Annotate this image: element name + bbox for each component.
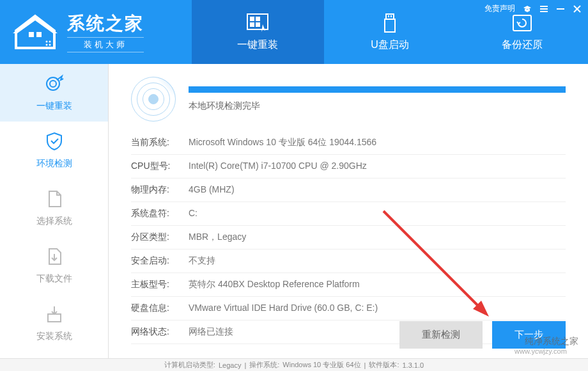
footer-sw-label: 软件版本: bbox=[369, 360, 399, 370]
info-row-motherboard: 主板型号:英特尔 440BX Desktop Reference Platfor… bbox=[131, 273, 566, 297]
info-row-secureboot: 安全启动:不支持 bbox=[131, 249, 566, 273]
info-row-disk: 硬盘信息:VMware Virtual IDE Hard Drive (60.0… bbox=[131, 297, 566, 320]
sidebar-item-label: 环境检测 bbox=[36, 158, 72, 170]
svg-rect-7 bbox=[250, 17, 254, 21]
footer-sw-value: 1.3.1.0 bbox=[403, 361, 424, 369]
tab-label: U盘启动 bbox=[371, 38, 409, 52]
svg-rect-10 bbox=[256, 22, 260, 27]
footer-os-label: 操作系统: bbox=[249, 360, 279, 370]
menu-icon[interactable] bbox=[539, 4, 548, 13]
body-area: 一键重装 环境检测 选择系统 下载文件 bbox=[0, 64, 588, 358]
svg-point-3 bbox=[49, 41, 51, 43]
tab-label: 备份还原 bbox=[502, 38, 543, 52]
content: 本地环境检测完毕 当前系统:Microsoft Windows 10 专业版 6… bbox=[109, 64, 588, 358]
restore-icon bbox=[509, 13, 535, 33]
disclaimer-link[interactable]: 免责声明 bbox=[484, 3, 515, 14]
svg-rect-15 bbox=[513, 15, 531, 31]
info-row-drive: 系统盘符:C: bbox=[131, 202, 566, 226]
watermark-url: www.ycwjzy.com bbox=[514, 347, 578, 355]
tab-label: 一键重装 bbox=[237, 38, 278, 52]
footer-os-value: Windows 10 专业版 64位 bbox=[282, 360, 360, 370]
svg-rect-12 bbox=[385, 19, 395, 32]
info-list: 当前系统:Microsoft Windows 10 专业版 64位 19044.… bbox=[131, 131, 566, 344]
footer: 计算机启动类型: Legacy | 操作系统: Windows 10 专业版 6… bbox=[0, 358, 588, 371]
info-row-os: 当前系统:Microsoft Windows 10 专业版 64位 19044.… bbox=[131, 131, 566, 155]
minimize-icon[interactable] bbox=[556, 4, 565, 13]
svg-rect-6 bbox=[247, 14, 268, 29]
sidebar-item-reinstall[interactable]: 一键重装 bbox=[0, 64, 108, 122]
close-icon[interactable] bbox=[573, 4, 582, 13]
svg-rect-18 bbox=[540, 11, 548, 12]
svg-point-21 bbox=[50, 81, 56, 87]
svg-rect-22 bbox=[48, 314, 61, 322]
tab-usb-boot[interactable]: U盘启动 bbox=[324, 0, 456, 64]
svg-rect-1 bbox=[36, 32, 42, 37]
svg-rect-19 bbox=[557, 8, 564, 10]
sidebar-item-download[interactable]: 下载文件 bbox=[0, 237, 108, 294]
info-row-cpu: CPU型号:Intel(R) Core(TM) i7-10700 CPU @ 2… bbox=[131, 155, 566, 178]
brand-logo-area: 系统之家 装机大师 bbox=[0, 12, 192, 52]
svg-rect-0 bbox=[29, 32, 34, 37]
brand-title: 系统之家 bbox=[67, 12, 144, 36]
sidebar-item-env-check[interactable]: 环境检测 bbox=[0, 122, 108, 179]
target-arrow-icon bbox=[44, 74, 65, 94]
tab-reinstall[interactable]: 一键重装 bbox=[192, 0, 324, 64]
brand-subtitle: 装机大师 bbox=[67, 37, 144, 52]
sidebar-item-select-sys[interactable]: 选择系统 bbox=[0, 179, 108, 237]
info-row-memory: 物理内存:4GB (MHZ) bbox=[131, 178, 566, 202]
header: 系统之家 装机大师 一键重装 U盘启动 bbox=[0, 0, 588, 64]
svg-rect-13 bbox=[388, 15, 389, 17]
window-controls: 免责声明 bbox=[484, 3, 582, 14]
svg-point-4 bbox=[46, 44, 48, 46]
sidebar-item-install[interactable]: 安装系统 bbox=[0, 294, 108, 352]
svg-rect-17 bbox=[540, 8, 548, 10]
sidebar: 一键重装 环境检测 选择系统 下载文件 bbox=[0, 64, 109, 358]
sidebar-item-label: 安装系统 bbox=[36, 331, 72, 342]
svg-rect-14 bbox=[391, 15, 392, 17]
windows-click-icon bbox=[245, 13, 270, 33]
house-logo-icon bbox=[10, 13, 61, 51]
progress-bar bbox=[189, 86, 566, 93]
radar-icon bbox=[131, 77, 176, 122]
scan-header: 本地环境检测完毕 bbox=[131, 77, 566, 122]
footer-boot-value: Legacy bbox=[219, 361, 241, 369]
graduation-icon[interactable] bbox=[523, 4, 532, 13]
svg-rect-16 bbox=[540, 6, 548, 7]
watermark: ✦ 纯净系统之家 www.ycwjzy.com bbox=[514, 336, 578, 355]
shield-check-icon bbox=[44, 131, 65, 152]
svg-rect-9 bbox=[250, 22, 254, 27]
svg-rect-8 bbox=[256, 17, 260, 21]
recheck-button[interactable]: 重新检测 bbox=[399, 321, 483, 349]
download-icon bbox=[44, 246, 65, 267]
usb-icon bbox=[377, 13, 403, 33]
svg-point-5 bbox=[49, 44, 51, 46]
document-icon bbox=[44, 189, 65, 209]
sidebar-item-label: 选择系统 bbox=[36, 216, 72, 227]
sidebar-item-label: 下载文件 bbox=[36, 273, 72, 285]
watermark-text: 纯净系统之家 bbox=[525, 336, 578, 346]
install-icon bbox=[44, 304, 65, 324]
sidebar-item-label: 一键重装 bbox=[36, 100, 72, 112]
svg-point-2 bbox=[46, 41, 48, 43]
svg-rect-11 bbox=[386, 14, 394, 19]
footer-boot-label: 计算机启动类型: bbox=[164, 360, 215, 370]
info-row-partition: 分区类型:MBR，Legacy bbox=[131, 226, 566, 249]
scan-status-text: 本地环境检测完毕 bbox=[189, 100, 566, 112]
